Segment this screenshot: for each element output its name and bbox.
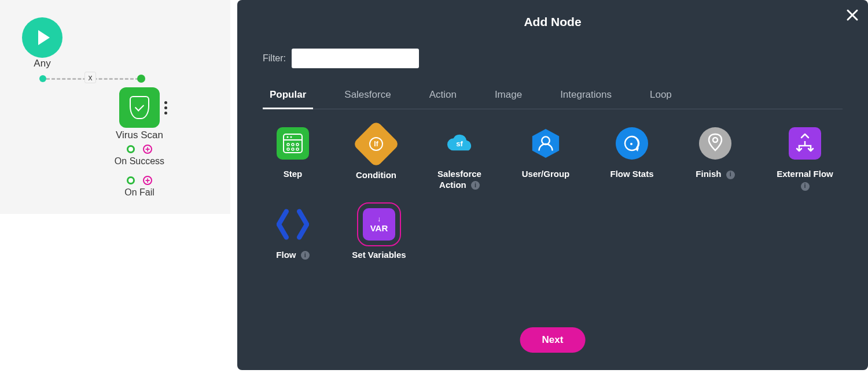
on-fail-port[interactable] — [127, 176, 135, 184]
flow-stats-icon — [616, 127, 648, 160]
node-option-label: Condition — [356, 170, 396, 181]
node-option-set-variables[interactable]: ↓VAR Set Variables — [347, 208, 411, 261]
svg-point-16 — [713, 138, 718, 142]
start-node[interactable] — [22, 17, 62, 58]
node-option-label: Flow Stats — [610, 169, 653, 180]
svg-point-7 — [287, 148, 289, 150]
node-option-label: Finish i — [696, 169, 734, 180]
tab-image[interactable]: Image — [488, 86, 529, 109]
close-icon — [846, 9, 859, 21]
start-node-port[interactable] — [39, 75, 46, 82]
svg-point-15 — [630, 143, 632, 145]
filter-label: Filter: — [263, 53, 286, 64]
filter-row: Filter: — [263, 49, 419, 68]
svg-point-5 — [292, 143, 294, 146]
info-icon: i — [801, 182, 810, 191]
node-input-port[interactable] — [137, 75, 145, 83]
set-variables-icon: ↓VAR — [363, 208, 395, 241]
svg-point-6 — [296, 143, 299, 146]
svg-point-4 — [287, 143, 289, 146]
node-option-label: Flow i — [276, 250, 309, 261]
on-fail-add-button[interactable]: + — [143, 176, 152, 185]
node-option-salesforce-action[interactable]: sf Salesforce Action i — [431, 127, 488, 191]
start-node-label: Any — [22, 58, 62, 69]
svg-point-8 — [292, 148, 294, 150]
node-option-finish[interactable]: Finish i — [686, 127, 744, 191]
node-option-label: User/Group — [522, 169, 570, 180]
node-more-menu[interactable] — [164, 101, 167, 114]
finish-icon — [699, 127, 731, 160]
flow-canvas[interactable]: Any x Virus Scan + On Success + On Fail — [0, 0, 230, 214]
tab-popular[interactable]: Popular — [263, 86, 313, 109]
on-fail-label: On Fail — [108, 187, 171, 198]
user-icon — [529, 127, 562, 160]
virus-scan-node[interactable] — [119, 87, 160, 128]
node-grid: Step If Condition sf Salesforce Action i… — [264, 127, 841, 261]
node-option-flow[interactable]: Flow i — [264, 208, 322, 261]
filter-input[interactable] — [292, 49, 419, 68]
step-icon — [277, 127, 309, 160]
node-option-user-group[interactable]: User/Group — [514, 127, 578, 191]
info-icon: i — [301, 251, 310, 260]
flow-icon — [277, 208, 309, 241]
node-option-label: External Flow i — [777, 169, 833, 191]
shield-icon — [130, 96, 149, 119]
info-icon: i — [726, 171, 735, 179]
on-success-label: On Success — [108, 156, 171, 167]
on-success-port[interactable] — [127, 145, 135, 153]
next-button[interactable]: Next — [520, 327, 586, 353]
svg-text:sf: sf — [456, 139, 463, 148]
tab-loop[interactable]: Loop — [643, 86, 679, 109]
node-option-flow-stats[interactable]: Flow Stats — [603, 127, 661, 191]
svg-point-9 — [296, 148, 299, 150]
node-label: Virus Scan — [108, 130, 171, 141]
close-button[interactable] — [846, 8, 859, 24]
condition-icon: If — [352, 120, 400, 168]
info-icon: i — [471, 181, 480, 190]
cloud-icon: sf — [443, 127, 476, 160]
external-flow-icon — [789, 127, 821, 160]
tab-salesforce[interactable]: Salesforce — [337, 86, 398, 109]
node-option-condition[interactable]: If Condition — [347, 127, 405, 191]
on-success-add-button[interactable]: + — [143, 145, 152, 154]
node-option-label: Step — [284, 169, 303, 180]
svg-point-3 — [290, 136, 292, 138]
add-node-modal: Add Node Filter: Popular Salesforce Acti… — [237, 0, 868, 370]
play-icon — [38, 30, 50, 45]
tabs: Popular Salesforce Action Image Integrat… — [263, 86, 843, 109]
connector-delete-button[interactable]: x — [84, 72, 96, 83]
on-success-ports: + — [108, 145, 171, 154]
node-option-step[interactable]: Step — [264, 127, 322, 191]
node-option-label: Set Variables — [352, 250, 406, 261]
on-fail-ports: + — [108, 176, 171, 185]
node-option-label: Salesforce Action i — [431, 169, 488, 191]
svg-point-2 — [287, 136, 289, 138]
modal-title: Add Node — [237, 0, 868, 29]
node-option-external-flow[interactable]: External Flow i — [770, 127, 840, 191]
tab-action[interactable]: Action — [422, 86, 464, 109]
tab-integrations[interactable]: Integrations — [553, 86, 619, 109]
